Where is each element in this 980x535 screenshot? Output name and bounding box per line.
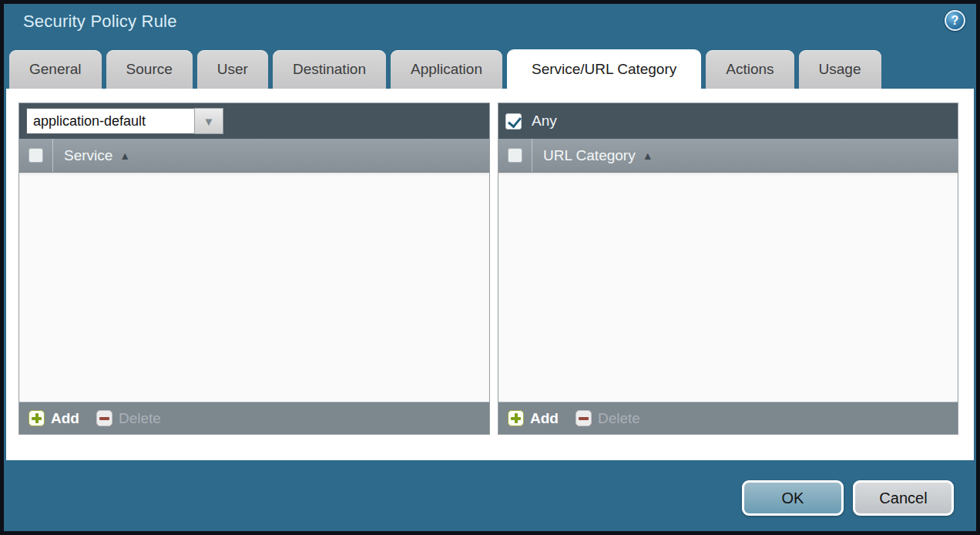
url-category-add-button[interactable]: Add bbox=[508, 410, 559, 427]
plus-icon bbox=[508, 410, 524, 426]
service-toolbar: ▼ bbox=[19, 103, 489, 139]
any-checkbox[interactable] bbox=[505, 113, 522, 130]
service-column-label: Service bbox=[64, 147, 112, 164]
add-button-label: Add bbox=[530, 410, 559, 427]
plus-icon bbox=[29, 410, 45, 426]
minus-icon bbox=[96, 410, 112, 426]
sort-asc-icon: ▲ bbox=[119, 150, 130, 162]
tab-destination[interactable]: Destination bbox=[273, 50, 386, 89]
url-category-grid-body[interactable] bbox=[498, 173, 958, 402]
add-button-label: Add bbox=[51, 410, 79, 427]
service-select-all-cell bbox=[19, 139, 53, 172]
service-type-combobox: ▼ bbox=[26, 108, 223, 134]
tab-user[interactable]: User bbox=[197, 50, 268, 89]
url-category-column-header[interactable]: URL Category ▲ bbox=[543, 147, 653, 164]
service-grid-body[interactable] bbox=[19, 173, 489, 402]
help-icon[interactable]: ? bbox=[945, 10, 965, 31]
security-policy-rule-dialog: Security Policy Rule ? General Source Us… bbox=[0, 0, 980, 535]
url-category-select-all-checkbox[interactable] bbox=[508, 148, 522, 163]
service-column-header[interactable]: Service ▲ bbox=[64, 147, 130, 164]
url-category-grid-header: URL Category ▲ bbox=[498, 139, 958, 173]
url-category-toolbar: Any bbox=[498, 103, 958, 139]
service-grid-header: Service ▲ bbox=[19, 139, 489, 173]
url-category-select-all-cell bbox=[498, 139, 532, 172]
service-delete-button[interactable]: Delete bbox=[96, 410, 161, 427]
tab-service-url-category[interactable]: Service/URL Category bbox=[507, 49, 701, 89]
url-category-column-label: URL Category bbox=[543, 147, 636, 164]
minus-icon bbox=[576, 410, 592, 426]
service-grid-footer: Add Delete bbox=[19, 402, 489, 434]
delete-button-label: Delete bbox=[598, 410, 640, 427]
tab-usage[interactable]: Usage bbox=[799, 50, 881, 89]
service-panel: ▼ Service ▲ Add bbox=[18, 103, 490, 435]
service-type-input[interactable] bbox=[26, 108, 194, 134]
any-checkbox-label: Any bbox=[532, 113, 557, 130]
service-type-dropdown-trigger[interactable]: ▼ bbox=[194, 108, 223, 134]
url-category-grid-footer: Add Delete bbox=[498, 402, 958, 434]
url-category-delete-button[interactable]: Delete bbox=[576, 410, 640, 427]
sort-asc-icon: ▲ bbox=[643, 150, 653, 162]
tab-general[interactable]: General bbox=[9, 50, 102, 89]
ok-button[interactable]: OK bbox=[742, 480, 844, 516]
url-category-panel: Any URL Category ▲ Add Delete bbox=[498, 103, 958, 435]
tab-bar: General Source User Destination Applicat… bbox=[9, 49, 881, 89]
chevron-down-icon: ▼ bbox=[203, 115, 215, 128]
cancel-button[interactable]: Cancel bbox=[853, 480, 954, 516]
delete-button-label: Delete bbox=[119, 410, 161, 427]
tab-application[interactable]: Application bbox=[391, 50, 502, 89]
tab-panel-service-url-category: ▼ Service ▲ Add bbox=[6, 89, 974, 460]
service-add-button[interactable]: Add bbox=[29, 410, 79, 427]
tab-actions[interactable]: Actions bbox=[706, 50, 794, 89]
service-select-all-checkbox[interactable] bbox=[29, 148, 43, 163]
tab-source[interactable]: Source bbox=[106, 50, 193, 89]
dialog-title: Security Policy Rule bbox=[23, 12, 177, 32]
